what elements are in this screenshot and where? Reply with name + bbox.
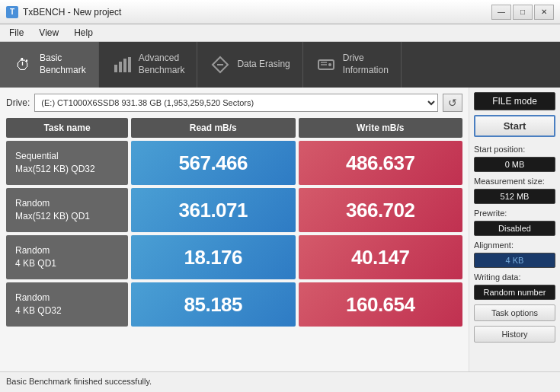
menu-view[interactable]: View <box>33 26 65 40</box>
right-panel: FILE mode Start Start position: 0 MB Mea… <box>469 88 560 371</box>
prewrite-value: Disabled <box>474 221 555 236</box>
minimize-button[interactable]: — <box>491 5 511 20</box>
row-write-3: 40.147 <box>299 235 463 279</box>
drive-information-label: DriveInformation <box>343 53 389 76</box>
row-label-4: Random4 KB QD32 <box>6 282 128 327</box>
col-task-name: Task name <box>6 118 128 138</box>
start-position-value: 0 MB <box>474 157 555 172</box>
row-label-3: Random4 KB QD1 <box>6 235 128 279</box>
toolbar-data-erasing[interactable]: Data Erasing <box>197 42 302 88</box>
row-label-1: SequentialMax(512 KB) QD32 <box>6 141 128 185</box>
row-read-4: 85.185 <box>131 282 296 327</box>
table-row: RandomMax(512 KB) QD1 361.071 366.702 <box>6 188 462 232</box>
row-write-4: 160.654 <box>299 282 463 327</box>
basic-benchmark-icon: ⏱ <box>12 54 34 75</box>
maximize-button[interactable]: □ <box>513 5 533 20</box>
title-bar-controls: — □ ✕ <box>491 5 554 20</box>
history-button[interactable]: History <box>474 326 555 343</box>
advanced-benchmark-label: AdvancedBenchmark <box>139 53 185 76</box>
row-label-2: RandomMax(512 KB) QD1 <box>6 188 128 232</box>
title-bar: T TxBENCH - New project — □ ✕ <box>0 0 560 24</box>
menu-bar: File View Help <box>0 24 560 42</box>
status-bar: Basic Benchmark finished successfully. <box>0 371 560 390</box>
row-read-2: 361.071 <box>131 188 296 232</box>
svg-rect-1 <box>119 62 122 72</box>
menu-help[interactable]: Help <box>68 26 99 40</box>
measurement-label: Measurement size: <box>474 177 555 186</box>
toolbar-basic-benchmark[interactable]: ⏱ BasicBenchmark <box>0 42 99 88</box>
row-read-3: 18.176 <box>131 235 296 279</box>
drive-select[interactable]: (E:) CT1000X6SSD8 931.38 GB (1,953,259,5… <box>34 94 438 112</box>
col-read: Read mB/s <box>131 118 296 138</box>
bench-header: Task name Read mB/s Write mB/s <box>6 118 462 138</box>
data-erasing-label: Data Erasing <box>237 59 290 71</box>
left-panel: Drive: (E:) CT1000X6SSD8 931.38 GB (1,95… <box>0 88 469 371</box>
toolbar-advanced-benchmark[interactable]: AdvancedBenchmark <box>99 42 198 88</box>
measurement-value: 512 MB <box>474 189 555 204</box>
app-icon: T <box>6 6 18 18</box>
svg-point-7 <box>328 63 331 66</box>
svg-rect-0 <box>114 65 117 72</box>
table-row: Random4 KB QD1 18.176 40.147 <box>6 235 462 279</box>
menu-file[interactable]: File <box>3 26 30 40</box>
row-read-1: 567.466 <box>131 141 296 185</box>
title-bar-left: T TxBENCH - New project <box>6 6 121 18</box>
main-content: Drive: (E:) CT1000X6SSD8 931.38 GB (1,95… <box>0 88 560 371</box>
start-position-label: Start position: <box>474 145 555 154</box>
task-options-button[interactable]: Task options <box>474 304 555 321</box>
table-row: SequentialMax(512 KB) QD32 567.466 486.6… <box>6 141 462 185</box>
prewrite-label: Prewrite: <box>474 209 555 218</box>
window-title: TxBENCH - New project <box>23 7 121 18</box>
basic-benchmark-label: BasicBenchmark <box>40 53 86 76</box>
writing-data-value: Random number <box>474 285 555 300</box>
table-row: Random4 KB QD32 85.185 160.654 <box>6 282 462 327</box>
row-write-1: 486.637 <box>299 141 463 185</box>
start-button[interactable]: Start <box>474 115 555 137</box>
drive-label: Drive: <box>6 97 30 108</box>
svg-rect-3 <box>128 57 131 72</box>
toolbar-drive-information[interactable]: DriveInformation <box>303 42 402 88</box>
row-write-2: 366.702 <box>299 188 463 232</box>
drive-information-icon <box>315 54 337 75</box>
svg-rect-2 <box>123 59 126 72</box>
alignment-value: 4 KB <box>474 253 555 268</box>
alignment-label: Alignment: <box>474 241 555 250</box>
bench-rows: SequentialMax(512 KB) QD32 567.466 486.6… <box>6 141 462 327</box>
drive-refresh-button[interactable]: ↺ <box>443 94 462 112</box>
writing-data-label: Writing data: <box>474 272 555 282</box>
advanced-benchmark-icon <box>111 54 133 75</box>
toolbar: ⏱ BasicBenchmark AdvancedBenchmark Data … <box>0 42 560 88</box>
drive-row: Drive: (E:) CT1000X6SSD8 931.38 GB (1,95… <box>6 94 462 112</box>
status-text: Basic Benchmark finished successfully. <box>6 377 152 386</box>
data-erasing-icon <box>210 54 231 75</box>
close-button[interactable]: ✕ <box>534 5 554 20</box>
col-write: Write mB/s <box>299 118 463 138</box>
file-mode-button[interactable]: FILE mode <box>474 92 555 110</box>
